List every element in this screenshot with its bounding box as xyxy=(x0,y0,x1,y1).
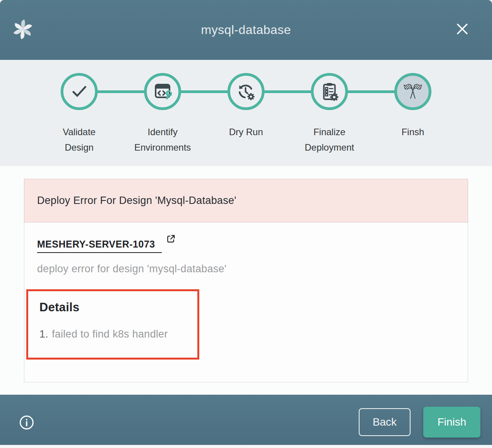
clipboard-gear-icon xyxy=(320,82,339,101)
step-label-finalize-deployment: Finalize Deployment xyxy=(305,124,354,155)
close-icon xyxy=(455,22,469,36)
details-item-text: failed to find k8s handler xyxy=(52,328,168,340)
deployment-stepper: Validate Design xyxy=(0,60,492,166)
meshery-logo-icon xyxy=(13,19,33,40)
check-icon xyxy=(70,82,88,101)
step-finalize-deployment: Finalize Deployment xyxy=(288,73,371,155)
code-wrench-icon xyxy=(153,82,172,101)
history-gear-icon xyxy=(237,82,255,101)
step-identify-environments: Identify Environments xyxy=(121,73,204,155)
info-icon xyxy=(19,415,34,430)
dialog-title: mysql-database xyxy=(201,23,291,37)
error-details-box: Details 1. failed to find k8s handler xyxy=(26,289,199,360)
error-code-link[interactable]: MESHERY-SERVER-1073 xyxy=(37,239,162,253)
step-circle-dry-run xyxy=(227,73,265,110)
step-label-dry-run: Dry Run xyxy=(229,124,263,140)
back-button[interactable]: Back xyxy=(359,408,411,436)
error-summary-text: deploy error for design 'mysql-database' xyxy=(37,263,455,275)
step-validate-design: Validate Design xyxy=(37,73,121,155)
external-link-icon[interactable] xyxy=(166,234,176,244)
page-background-strip xyxy=(0,445,492,448)
dialog-content: Deploy Error For Design 'Mysql-Database'… xyxy=(0,166,492,395)
dialog-footer: Back Finish xyxy=(0,395,492,445)
step-circle-validate-design xyxy=(61,73,98,110)
details-item-marker: 1. xyxy=(39,328,48,340)
close-button[interactable] xyxy=(455,22,469,36)
step-finish: Finsh xyxy=(371,73,455,155)
deploy-error-banner-text: Deploy Error For Design 'Mysql-Database' xyxy=(37,195,236,207)
step-circle-identify-environments xyxy=(144,73,181,110)
step-label-validate-design: Validate Design xyxy=(63,124,96,155)
info-button[interactable] xyxy=(19,415,34,430)
deploy-error-banner: Deploy Error For Design 'Mysql-Database' xyxy=(24,179,468,222)
step-circle-finish xyxy=(394,73,431,110)
finish-flags-icon xyxy=(403,82,422,101)
details-title: Details xyxy=(39,300,193,314)
step-label-finish: Finsh xyxy=(402,124,424,140)
step-circle-finalize-deployment xyxy=(311,73,348,110)
error-detail-card: MESHERY-SERVER-1073 deploy error for des… xyxy=(24,222,468,382)
dialog-titlebar: mysql-database xyxy=(0,0,492,60)
deployment-wizard-dialog: mysql-database Validate Design xyxy=(0,0,492,445)
step-dry-run: Dry Run xyxy=(204,73,288,155)
details-list-item: 1. failed to find k8s handler xyxy=(39,328,193,340)
finish-button[interactable]: Finish xyxy=(423,407,480,438)
step-label-identify-environments: Identify Environments xyxy=(134,124,191,155)
